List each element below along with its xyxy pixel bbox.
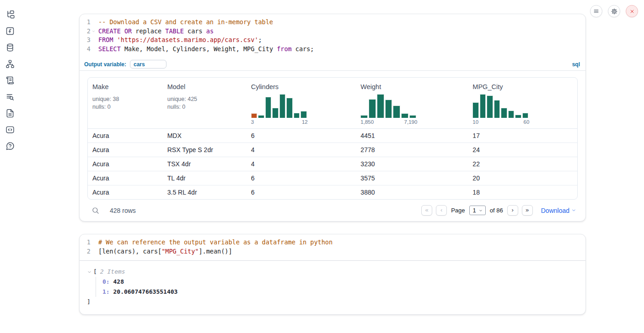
shutdown-button[interactable] (626, 5, 638, 17)
tree-entries: 0: 4281: 20.060747663551403 (96, 277, 578, 297)
code-line: 2CREATE OR replace TABLE cars as (83, 27, 585, 36)
table-cell: 24 (468, 143, 577, 157)
notebook-cells: 1-- Download a CSV and create an in-memo… (79, 14, 586, 315)
column-stat-nulls: nulls: 0 (167, 103, 243, 111)
table-cell: RSX Type S 2dr (163, 143, 247, 157)
collapse-chevron-icon[interactable] (87, 270, 93, 275)
items-count-label: 2 Items (100, 267, 125, 277)
sql-code-editor[interactable]: 1-- Download a CSV and create an in-memo… (80, 14, 585, 58)
table-cell: 17 (468, 129, 577, 143)
dependency-graph-icon[interactable] (5, 59, 15, 69)
histogram-bar (494, 100, 500, 118)
table-cell: 22 (468, 157, 577, 171)
histogram-bar (515, 115, 521, 118)
table-cell: 18 (468, 185, 577, 199)
table-cell: Acura (88, 129, 163, 143)
histogram-bar (522, 113, 529, 118)
cylinders-histogram: 312 (251, 94, 308, 125)
close-bracket: ] (87, 297, 578, 307)
prev-page-button[interactable]: ‹ (436, 205, 447, 216)
table-row[interactable]: AcuraRSX Type S 2dr4277824 (88, 143, 577, 157)
column-header-mpg-city[interactable]: MPG_City 1060 (468, 78, 577, 128)
table-row[interactable]: AcuraMDX6445117 (88, 129, 577, 143)
table-row[interactable]: AcuraTSX 4dr4323022 (88, 157, 577, 171)
column-stat-unique: unique: 38 (92, 95, 159, 103)
first-page-button[interactable]: « (421, 205, 432, 216)
left-sidebar (0, 0, 20, 333)
histogram-bar (401, 113, 408, 118)
table-cell: TL 4dr (163, 171, 247, 185)
table-cell: Acura (88, 157, 163, 171)
tree-entry: 1: 20.060747663551403 (102, 287, 578, 297)
code-line: 3FROM 'https://datasets.marimo.app/cars.… (83, 36, 585, 45)
code-line: 1# We can reference the output variable … (83, 238, 585, 247)
code-line: 1-- Download a CSV and create an in-memo… (83, 18, 585, 27)
column-stat-unique: unique: 425 (167, 95, 243, 103)
histogram-bar (265, 97, 272, 118)
histogram-bar (369, 99, 376, 118)
download-button[interactable]: Download (541, 207, 576, 214)
pagination: « ‹ Page 1 of 86 › » Download (421, 205, 576, 216)
notebook-actions (590, 5, 638, 17)
table-cell: 20 (468, 171, 577, 185)
table-cell: 6 (247, 185, 356, 199)
table-cell: 2778 (356, 143, 468, 157)
histogram-bar (377, 94, 384, 118)
snippets-icon[interactable] (5, 125, 15, 134)
sql-cell: 1-- Download a CSV and create an in-memo… (79, 14, 586, 222)
table-cell: TSX 4dr (163, 157, 247, 171)
datasources-icon[interactable] (5, 43, 15, 52)
table-cell: MDX (163, 129, 247, 143)
tree-entry: 0: 428 (102, 277, 578, 287)
histogram-bar (301, 111, 307, 118)
file-explorer-icon[interactable] (5, 10, 15, 19)
table-header: Make unique: 38 nulls: 0 Model unique: 4… (88, 78, 577, 129)
table-cell: 6 (247, 129, 356, 143)
table-cell: 3230 (356, 157, 468, 171)
column-header-cylinders[interactable]: Cylinders 312 (247, 78, 356, 128)
table-cell: 3.5 RL 4dr (163, 185, 247, 199)
table-cell: Acura (88, 185, 163, 199)
language-badge[interactable]: sql (572, 61, 580, 68)
table-row[interactable]: AcuraTL 4dr6357520 (88, 171, 577, 185)
table-footer: 428 rows « ‹ Page 1 of 86 › » Download (87, 200, 578, 221)
table-cell: 4 (247, 143, 356, 157)
output-variable-row: Output variable: sql (80, 58, 585, 71)
page-select[interactable]: 1 (469, 206, 486, 215)
code-line: 4SELECT Make, Model, Cylinders, Weight, … (83, 45, 585, 54)
histogram-bar (294, 113, 300, 118)
histogram-bar (480, 94, 486, 118)
column-header-model[interactable]: Model unique: 425 nulls: 0 (163, 78, 247, 128)
last-page-button[interactable]: » (522, 205, 533, 216)
histogram-bar (385, 100, 392, 118)
output-variable-input[interactable] (130, 60, 166, 69)
code-line: 2[len(cars), cars["MPG_City"].mean()] (83, 247, 585, 256)
menu-button[interactable] (590, 5, 602, 17)
column-header-make[interactable]: Make unique: 38 nulls: 0 (88, 78, 163, 128)
search-icon[interactable] (91, 206, 101, 215)
histogram-bar (501, 108, 507, 118)
scratchpad-icon[interactable] (5, 76, 15, 85)
histogram-bar (487, 95, 493, 118)
open-bracket: [ (93, 267, 97, 277)
histogram-bar (472, 102, 479, 118)
settings-button[interactable] (608, 5, 620, 17)
histogram-bar (251, 113, 258, 118)
column-stat-nulls: nulls: 0 (92, 103, 159, 111)
histogram-bar (508, 111, 515, 118)
python-code-editor[interactable]: 1# We can reference the output variable … (80, 234, 585, 261)
logs-icon[interactable] (5, 92, 15, 101)
column-header-weight[interactable]: Weight 1,8507,190 (356, 78, 468, 128)
help-icon[interactable] (5, 142, 15, 151)
histogram-bar (258, 115, 264, 118)
table-row[interactable]: Acura3.5 RL 4dr6388018 (88, 185, 577, 199)
functions-icon[interactable] (5, 26, 15, 36)
documentation-icon[interactable] (5, 109, 15, 118)
histogram-bar (409, 115, 417, 118)
table-cell: Acura (88, 171, 163, 185)
table-cell: Acura (88, 143, 163, 157)
table-cell: 3880 (356, 185, 468, 199)
mpg-city-histogram: 1060 (472, 94, 529, 125)
table-cell: 6 (247, 171, 356, 185)
next-page-button[interactable]: › (507, 205, 518, 216)
